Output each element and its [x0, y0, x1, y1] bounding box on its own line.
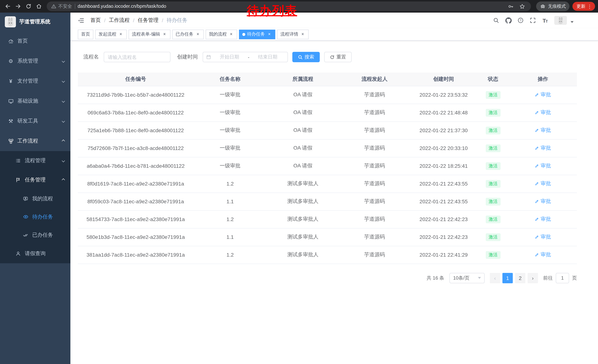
header-search-button[interactable] [491, 15, 501, 25]
close-icon[interactable]: × [118, 32, 123, 37]
browser-back-button[interactable] [3, 1, 13, 11]
logo-rabbit-image [5, 16, 16, 27]
browser-home-button[interactable] [34, 1, 44, 11]
approve-link[interactable]: 审批 [535, 145, 551, 152]
table-row: 73211d9d-7b9b-11ec-b5b7-acde48001122一级审批… [78, 86, 577, 104]
edit-icon [535, 93, 539, 97]
header-github-button[interactable] [503, 15, 514, 25]
sidebar-item-payment[interactable]: ¥ 支付管理 [0, 71, 70, 91]
close-icon[interactable]: × [162, 32, 167, 37]
breadcrumb-home[interactable]: 首页 [91, 17, 101, 24]
chevron-down-icon [62, 100, 65, 103]
tab-my-process[interactable]: 我的流程× [206, 29, 237, 39]
sidebar-item-process-management[interactable]: 流程管理 [0, 151, 70, 170]
browser-forward-button[interactable] [13, 1, 23, 11]
sidebar-item-task-management[interactable]: 任务管理 [0, 170, 70, 190]
sidebar-collapse-button[interactable] [75, 15, 86, 25]
dashboard-icon [8, 38, 14, 44]
end-date-placeholder: 结束日期 [251, 54, 284, 60]
sidebar-item-done-tasks[interactable]: 已办任务 [0, 226, 70, 244]
goto-page-input[interactable] [556, 273, 569, 283]
tab-process-detail[interactable]: 流程详情× [277, 29, 309, 39]
approve-link[interactable]: 审批 [535, 216, 551, 223]
status-badge: 激活 [486, 251, 500, 259]
chevron-down-icon [62, 120, 65, 123]
tab-start-process[interactable]: 发起流程× [95, 29, 127, 39]
task-table: 任务编号 任务名称 所属流程 流程发起人 创建时间 状态 操作 [78, 73, 577, 264]
fullscreen-icon [530, 17, 536, 23]
header-font-size-button[interactable]: TT [540, 15, 550, 25]
reset-button[interactable]: 重置 [324, 52, 352, 62]
url-text: dashboard.yudao.iocoder.cn/bpm/task/todo [78, 4, 166, 9]
page-button-1[interactable]: 1 [502, 273, 513, 283]
approve-link[interactable]: 审批 [535, 127, 551, 134]
approve-link[interactable]: 审批 [535, 162, 551, 169]
sidebar-item-label: 请假查询 [25, 250, 46, 257]
header-help-button[interactable]: ? [515, 15, 526, 25]
sidebar-item-home[interactable]: 首页 [0, 31, 70, 51]
tab-done-tasks[interactable]: 已办任务× [172, 29, 204, 39]
close-icon[interactable]: × [195, 32, 200, 37]
star-icon [519, 4, 525, 9]
user-avatar[interactable] [554, 16, 567, 25]
sidebar-logo[interactable]: 芋道管理系统 [0, 13, 70, 31]
approve-link[interactable]: 审批 [535, 109, 551, 116]
page-size-select[interactable]: 10条/页 [449, 273, 485, 283]
search-button[interactable]: 搜索 [292, 52, 320, 62]
prev-page-button[interactable]: ‹ [490, 273, 500, 283]
warning-icon [51, 4, 56, 9]
home-icon [36, 3, 42, 9]
approve-link[interactable]: 审批 [535, 91, 551, 98]
sidebar-item-label: 基础设施 [17, 98, 38, 105]
sidebar-item-leave-query[interactable]: 请假查询 [0, 244, 70, 263]
page-buttons: ‹ 1 2 › [490, 273, 538, 283]
close-icon[interactable]: × [229, 32, 234, 37]
annotation-overlay-text: 待办列表 [247, 3, 297, 19]
col-starter: 流程发起人 [339, 73, 410, 86]
process-name-input[interactable] [104, 52, 170, 62]
header-fullscreen-button[interactable] [528, 15, 538, 25]
sidebar-item-label: 支付管理 [17, 78, 38, 84]
breadcrumb: 首页 / 工作流程 / 任务管理 / 待办任务 [91, 17, 187, 24]
approve-link[interactable]: 审批 [535, 251, 551, 258]
approve-link[interactable]: 审批 [535, 180, 551, 187]
github-icon [505, 17, 512, 24]
avatar-rabbit-image [554, 16, 567, 25]
active-tab-dot [242, 33, 245, 36]
sidebar-item-todo-tasks[interactable]: 待办任务 [0, 208, 70, 226]
tab-process-form-edit[interactable]: 流程表单-编辑× [129, 29, 170, 39]
sidebar-item-system[interactable]: ⚙ 系统管理 [0, 51, 70, 71]
table-header-row: 任务编号 任务名称 所属流程 流程发起人 创建时间 状态 操作 [78, 73, 577, 86]
tab-home[interactable]: 首页 [78, 29, 93, 39]
approve-link[interactable]: 审批 [535, 198, 551, 205]
date-range-picker[interactable]: 开始日期 - 结束日期 [203, 52, 288, 62]
col-process: 所属流程 [267, 73, 339, 86]
close-icon[interactable]: × [267, 32, 272, 37]
next-page-button[interactable]: › [528, 273, 538, 283]
search-icon [298, 55, 303, 59]
sidebar-item-workflow[interactable]: 工作流程 [0, 131, 70, 151]
password-key-button[interactable] [506, 2, 515, 11]
approve-link[interactable]: 审批 [535, 234, 551, 240]
sidebar-item-my-process[interactable]: 我的流程 [0, 190, 70, 208]
bookmark-star-button[interactable] [518, 2, 526, 11]
table-row: 8f059c03-7ac8-11ec-a9e2-a2380e71991a1.1测… [78, 193, 577, 210]
pagination: 共 16 条 10条/页 ‹ 1 2 › 前往 页 [78, 273, 577, 283]
close-icon[interactable]: × [300, 32, 305, 37]
sidebar-item-devtools[interactable]: ⚒ 研发工具 [0, 111, 70, 131]
filter-bar: 流程名 创建时间 开始日期 - 结束日期 搜索 重 [83, 52, 577, 62]
browser-reload-button[interactable] [24, 1, 33, 11]
browser-update-menu-button[interactable]: 更新 ⋮ [573, 2, 595, 11]
breadcrumb-task-management[interactable]: 任务管理 [138, 17, 158, 24]
breadcrumb-workflow[interactable]: 工作流程 [109, 17, 130, 24]
page-button-2[interactable]: 2 [515, 273, 525, 283]
gear-icon: ⚙ [8, 58, 14, 64]
tags-view: 首页 发起流程× 流程表单-编辑× 已办任务× 我的流程× 待办任务× 流程详情… [70, 28, 598, 41]
sidebar-item-infrastructure[interactable]: 基础设施 [0, 91, 70, 111]
security-status[interactable]: 不安全 [51, 3, 72, 9]
avatar-caret-icon[interactable] [571, 21, 573, 23]
table-row: 381aa1dd-7ac8-11ec-a9e2-a2380e71991a1.2测… [78, 246, 577, 264]
tab-todo-tasks[interactable]: 待办任务× [239, 29, 275, 39]
edit-icon [535, 181, 539, 186]
status-badge: 激活 [486, 215, 500, 223]
